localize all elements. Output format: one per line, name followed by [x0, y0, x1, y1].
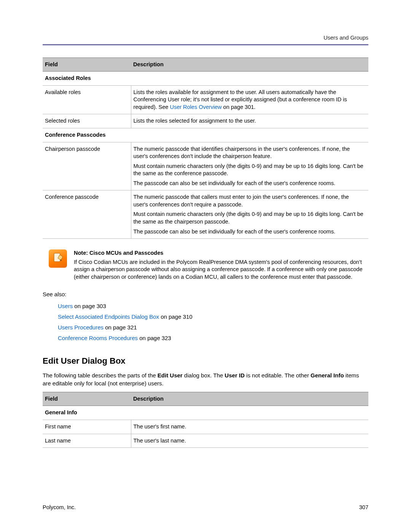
link-user-roles-overview[interactable]: User Roles Overview — [170, 104, 221, 110]
field-cell: First name — [43, 420, 131, 434]
document-page: Users and Groups Field Description Assoc… — [0, 0, 411, 532]
col-header-field: Field — [43, 58, 131, 72]
note-title: Note: Cisco MCUs and Passcodes — [74, 249, 368, 257]
note-block: Note: Cisco MCUs and Passcodes If Cisco … — [49, 249, 368, 281]
see-also-item: Users Procedures on page 321 — [58, 324, 368, 331]
section-conference-passcodes: Conference Passcodes — [43, 128, 368, 142]
see-also-item: Select Associated Endpoints Dialog Box o… — [58, 313, 368, 321]
desc-cell: The numeric passcode that callers must e… — [131, 190, 368, 239]
col-header-description: Description — [131, 58, 368, 72]
desc-cell: Lists the roles selected for assignment … — [131, 114, 368, 128]
field-cell: Conference passcode — [43, 190, 131, 239]
link-users-procedures[interactable]: Users Procedures — [58, 324, 104, 331]
table-row: Conference passcode The numeric passcode… — [43, 190, 368, 239]
footer-page-number: 307 — [359, 504, 368, 511]
field-cell: Last name — [43, 434, 131, 448]
note-icon — [49, 249, 67, 268]
heading-edit-user-dialog-box: Edit User Dialog Box — [43, 355, 368, 367]
desc-cell: The user's last name. — [131, 434, 368, 448]
table-row: Chairperson passcode The numeric passcod… — [43, 142, 368, 190]
table-row: Last name The user's last name. — [43, 434, 368, 448]
footer-company: Polycom, Inc. — [43, 504, 76, 511]
see-also: See also: Users on page 303 Select Assoc… — [43, 291, 368, 342]
section-associated-roles: Associated Roles — [43, 72, 368, 86]
link-conference-rooms-procedures[interactable]: Conference Rooms Procedures — [58, 335, 138, 341]
desc-cell: Lists the roles available for assignment… — [131, 85, 368, 114]
col-header-field: Field — [43, 392, 131, 406]
note-body: If Cisco Codian MCUs are included in the… — [74, 259, 368, 281]
field-cell: Available roles — [43, 85, 131, 114]
table-row: Selected roles Lists the roles selected … — [43, 114, 368, 128]
desc-cell: The user's first name. — [131, 420, 368, 434]
section-general-info: General Info — [43, 406, 368, 420]
header-rule — [43, 44, 368, 45]
running-header: Users and Groups — [43, 34, 368, 42]
col-header-description: Description — [131, 392, 368, 406]
see-also-item: Users on page 303 — [58, 302, 368, 310]
table-row: First name The user's first name. — [43, 420, 368, 434]
table-row: Available roles Lists the roles availabl… — [43, 85, 368, 114]
link-users[interactable]: Users — [58, 303, 73, 309]
see-also-item: Conference Rooms Procedures on page 323 — [58, 334, 368, 342]
note-text: Note: Cisco MCUs and Passcodes If Cisco … — [74, 249, 368, 281]
field-cell: Selected roles — [43, 114, 131, 128]
section-intro: The following table describes the parts … — [43, 372, 368, 387]
roles-passcodes-table: Field Description Associated Roles Avail… — [43, 58, 368, 239]
desc-cell: The numeric passcode that identifies cha… — [131, 142, 368, 190]
see-also-label: See also: — [43, 291, 368, 298]
page-footer: Polycom, Inc. 307 — [43, 504, 368, 511]
edit-user-table: Field Description General Info First nam… — [43, 392, 368, 448]
field-cell: Chairperson passcode — [43, 142, 131, 190]
link-select-associated-endpoints[interactable]: Select Associated Endpoints Dialog Box — [58, 313, 159, 320]
